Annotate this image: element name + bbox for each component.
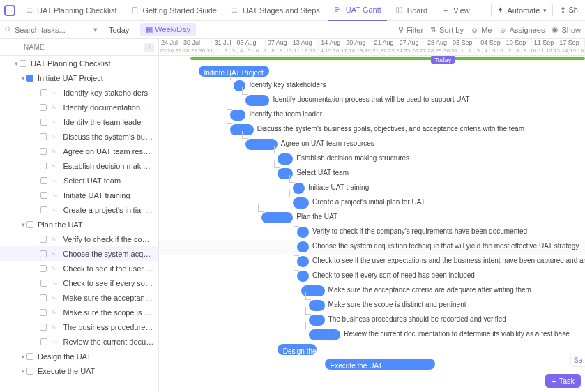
status-square[interactable]: [40, 265, 47, 272]
gantt-bar[interactable]: [245, 95, 269, 106]
tree-row[interactable]: Check to see if the user ex...: [0, 261, 158, 276]
board-icon: [395, 6, 404, 15]
status-square[interactable]: [26, 75, 33, 82]
range-button[interactable]: ▦Week/Day: [140, 23, 196, 36]
status-square[interactable]: [40, 236, 47, 243]
tree-row[interactable]: Identify key stakeholders: [0, 85, 158, 100]
status-square[interactable]: [40, 133, 47, 140]
status-square[interactable]: [26, 353, 33, 360]
tree-row[interactable]: Initiate UAT training: [0, 188, 158, 202]
status-square[interactable]: [40, 250, 47, 257]
gantt-bar[interactable]: Execute the UAT: [325, 359, 435, 370]
status-square[interactable]: [40, 148, 47, 155]
subtask-icon: [51, 103, 59, 112]
tree-row[interactable]: ▾Initiate UAT Project: [0, 70, 158, 85]
tree-row[interactable]: Create a project's initial pl...: [0, 202, 158, 217]
status-square[interactable]: [40, 309, 47, 316]
tab-label: UAT Planning Checklist: [37, 6, 117, 15]
new-task-button[interactable]: + Task: [545, 374, 581, 388]
gantt-bar[interactable]: [309, 315, 325, 326]
search-expand[interactable]: ▾: [93, 25, 98, 34]
status-square[interactable]: [26, 221, 33, 228]
caret-icon[interactable]: ▾: [20, 75, 26, 82]
tab-gantt[interactable]: UAT Gantt: [328, 0, 387, 21]
today-button[interactable]: Today: [103, 24, 135, 36]
tree-row[interactable]: Verify to check if the comp...: [0, 232, 158, 246]
tree-row[interactable]: Make sure the scope is dis...: [0, 305, 158, 319]
status-square[interactable]: [40, 177, 47, 184]
tree-row[interactable]: Establish decision making ...: [0, 158, 158, 173]
filter-button[interactable]: ⚲Filter: [398, 25, 423, 34]
status-square[interactable]: [20, 60, 26, 67]
tree-row[interactable]: Review the current docum...: [0, 334, 158, 349]
today-line: [443, 39, 443, 392]
tree-row[interactable]: The business procedures s...: [0, 319, 158, 334]
task-tree[interactable]: ▾UAT Planning Checklist▾Initiate UAT Pro…: [0, 56, 158, 392]
calendar-icon: ▦: [146, 25, 153, 33]
gantt-bar[interactable]: Design the UAT: [278, 344, 317, 355]
status-square[interactable]: [40, 280, 47, 287]
tree-row[interactable]: Identify documentation pro...: [0, 100, 158, 114]
tree-row[interactable]: Discuss the system's busin...: [0, 129, 158, 144]
search-input[interactable]: [15, 26, 77, 34]
share-button[interactable]: ⇪ Sh: [557, 3, 581, 17]
status-square[interactable]: [40, 338, 47, 345]
tab-add-view[interactable]: + View: [436, 0, 476, 21]
subtask-icon: [51, 294, 59, 302]
tab-getting-started[interactable]: Getting Started Guide: [126, 0, 222, 21]
gantt-bar[interactable]: [309, 329, 340, 340]
status-square[interactable]: [40, 104, 47, 111]
status-square[interactable]: [40, 163, 47, 169]
status-square[interactable]: [40, 89, 47, 96]
day-label: 28: [427, 47, 435, 56]
status-square[interactable]: [40, 119, 47, 126]
tree-row[interactable]: ▾UAT Planning Checklist: [0, 56, 158, 70]
add-column-button[interactable]: +: [144, 43, 154, 52]
gantt-row: Choose the system acquisition technique …: [159, 240, 585, 255]
tree-row[interactable]: ▸Execute the UAT: [0, 363, 158, 378]
tree-row[interactable]: Select UAT team: [0, 173, 158, 188]
gantt-bar[interactable]: [278, 153, 294, 165]
day-label: 2: [466, 47, 474, 56]
tab-stages[interactable]: UAT Stages and Steps: [225, 0, 326, 21]
assignees-button[interactable]: ☺Assignees: [499, 26, 545, 34]
gantt-bar[interactable]: Initiate UAT Project: [199, 66, 270, 77]
tab-checklist[interactable]: UAT Planning Checklist: [20, 0, 123, 21]
save-button[interactable]: Sa: [570, 354, 585, 367]
caret-icon[interactable]: ▾: [13, 60, 20, 67]
automate-button[interactable]: ✦ Automate ▾: [491, 3, 553, 17]
tree-row[interactable]: Agree on UAT team resour...: [0, 144, 158, 158]
search-icon: [4, 26, 12, 33]
tab-label: Board: [407, 6, 427, 15]
tree-row[interactable]: Check to see if every sort ...: [0, 276, 158, 290]
gantt-bar[interactable]: [293, 197, 309, 209]
status-square[interactable]: [26, 368, 33, 375]
gantt-bar[interactable]: [261, 212, 293, 223]
status-square[interactable]: [40, 206, 47, 213]
tree-row[interactable]: Make sure the acceptance ...: [0, 290, 158, 305]
subtask-icon: [52, 176, 60, 185]
caret-icon[interactable]: ▸: [20, 368, 26, 375]
status-square[interactable]: [40, 324, 47, 331]
gantt-bar[interactable]: [230, 110, 246, 121]
status-square[interactable]: [40, 294, 47, 301]
gantt-row: Execute the UAT: [159, 357, 585, 372]
caret-icon[interactable]: ▾: [20, 221, 26, 228]
gantt-bar[interactable]: [245, 139, 277, 150]
tab-board[interactable]: Board: [390, 0, 433, 21]
sort-button[interactable]: ⇅Sort by: [430, 25, 464, 34]
gantt-chart[interactable]: 24 Jul - 30 Jul31 Jul - 06 Aug07 Aug - 1…: [159, 39, 585, 392]
status-square[interactable]: [40, 192, 47, 199]
gantt-bar[interactable]: [301, 285, 325, 296]
show-button[interactable]: ◉Show: [552, 25, 581, 34]
tree-row[interactable]: Identify the team leader: [0, 114, 158, 129]
subtask-icon: [52, 191, 60, 199]
gantt-bar[interactable]: [309, 300, 325, 311]
gantt-row: Make sure the scope is distinct and pert…: [159, 299, 585, 313]
me-button[interactable]: ☺Me: [471, 26, 492, 34]
tree-row[interactable]: ▸Design the UAT: [0, 349, 158, 363]
caret-icon[interactable]: ▸: [20, 353, 26, 360]
tree-row[interactable]: Choose the system acquisi...: [0, 246, 158, 261]
subtask-icon: [51, 147, 59, 156]
tree-row[interactable]: ▾Plan the UAT: [0, 217, 158, 232]
